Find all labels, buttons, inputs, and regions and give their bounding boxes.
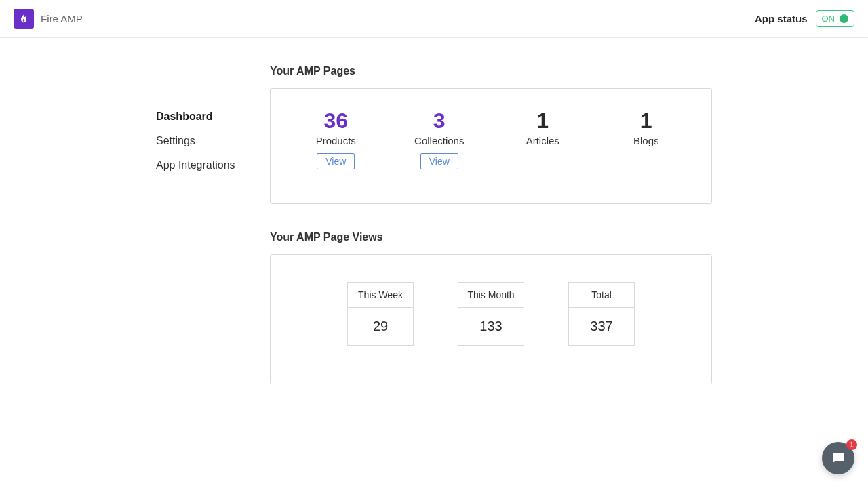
status-text: ON bbox=[822, 14, 835, 24]
view-box-label: This Week bbox=[348, 283, 413, 308]
chat-icon bbox=[830, 450, 846, 466]
stat-label: Collections bbox=[388, 135, 492, 146]
sidebar-nav: Dashboard Settings App Integrations bbox=[0, 65, 270, 411]
app-title: Fire AMP bbox=[41, 13, 83, 24]
view-box-this-week: This Week 29 bbox=[347, 282, 414, 346]
app-status-label: App status bbox=[755, 13, 808, 24]
app-status-toggle[interactable]: ON bbox=[816, 10, 855, 27]
main-content: Dashboard Settings App Integrations Your… bbox=[0, 38, 868, 411]
stat-label: Blogs bbox=[595, 135, 698, 146]
view-collections-button[interactable]: View bbox=[420, 153, 458, 169]
stat-products: 36 Products View bbox=[284, 109, 388, 169]
stat-value: 3 bbox=[388, 109, 492, 133]
amp-views-panel: This Week 29 This Month 133 Total 337 bbox=[270, 254, 712, 384]
amp-views-title: Your AMP Page Views bbox=[270, 231, 712, 243]
app-header: Fire AMP App status ON bbox=[0, 0, 868, 38]
chat-notification-badge: 1 bbox=[846, 439, 857, 450]
sidebar-item-settings[interactable]: Settings bbox=[156, 129, 270, 153]
view-box-value: 133 bbox=[458, 308, 524, 345]
view-box-value: 29 bbox=[348, 308, 413, 345]
chat-widget-button[interactable]: 1 bbox=[822, 442, 854, 474]
stat-value: 1 bbox=[491, 109, 595, 133]
view-box-total: Total 337 bbox=[568, 282, 635, 346]
sidebar-item-dashboard[interactable]: Dashboard bbox=[156, 104, 270, 129]
stat-value: 36 bbox=[284, 109, 388, 133]
stat-articles: 1 Articles bbox=[491, 109, 595, 146]
amp-views-row: This Week 29 This Month 133 Total 337 bbox=[284, 275, 698, 350]
view-box-this-month: This Month 133 bbox=[458, 282, 524, 346]
header-right: App status ON bbox=[755, 10, 854, 27]
stat-collections: 3 Collections View bbox=[388, 109, 492, 169]
amp-pages-stats-row: 36 Products View 3 Collections View 1 Ar… bbox=[284, 109, 698, 169]
status-indicator-dot bbox=[840, 14, 848, 23]
content-area: Your AMP Pages 36 Products View 3 Collec… bbox=[270, 65, 712, 411]
amp-pages-panel: 36 Products View 3 Collections View 1 Ar… bbox=[270, 88, 712, 204]
view-box-label: This Month bbox=[458, 283, 524, 308]
app-logo bbox=[14, 9, 34, 29]
stat-label: Products bbox=[284, 135, 388, 146]
amp-pages-title: Your AMP Pages bbox=[270, 65, 712, 77]
stat-label: Articles bbox=[491, 135, 595, 146]
header-left: Fire AMP bbox=[14, 9, 83, 29]
stat-value: 1 bbox=[595, 109, 698, 133]
stat-blogs: 1 Blogs bbox=[595, 109, 698, 146]
fire-icon bbox=[18, 12, 29, 26]
sidebar-item-app-integrations[interactable]: App Integrations bbox=[156, 153, 270, 178]
view-box-label: Total bbox=[569, 283, 634, 308]
view-box-value: 337 bbox=[569, 308, 634, 345]
view-products-button[interactable]: View bbox=[317, 153, 355, 169]
